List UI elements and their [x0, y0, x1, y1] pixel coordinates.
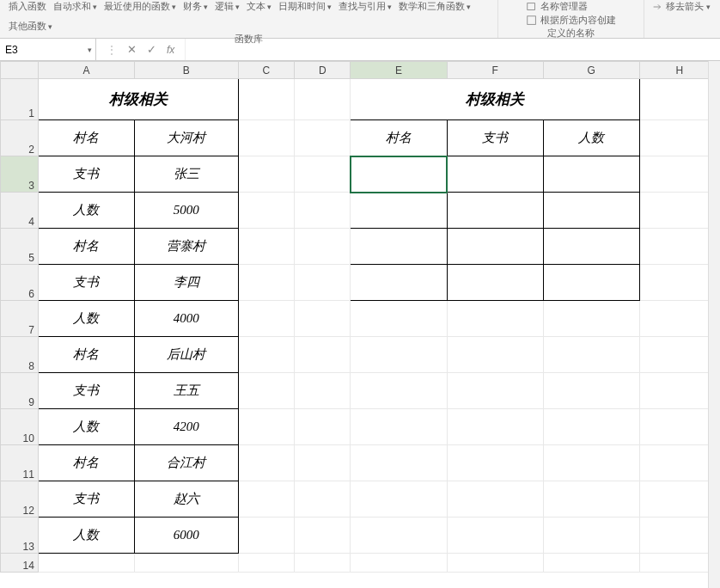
ribbon-item-financial[interactable]: 财务▾ — [183, 0, 208, 13]
cell[interactable] — [295, 481, 351, 518]
left-val-r10[interactable]: 4200 — [135, 409, 239, 445]
row-head-10[interactable]: 10 — [1, 409, 39, 445]
right-h1[interactable]: 村名 — [351, 120, 447, 156]
right-G-r3[interactable] — [543, 156, 639, 193]
name-box-input[interactable] — [5, 44, 74, 56]
right-F-r3[interactable] — [447, 156, 543, 193]
row-head-5[interactable]: 5 — [1, 229, 39, 265]
cell[interactable] — [238, 79, 294, 120]
sheet-area[interactable]: A B C D E F G H 1村级相关村级相关2村名大河村村名支书人数3支书… — [0, 61, 720, 588]
row-head-8[interactable]: 8 — [1, 337, 39, 373]
cell[interactable] — [351, 337, 447, 373]
cell[interactable] — [238, 554, 294, 573]
ribbon-item-autosum[interactable]: 自动求和▾ — [53, 0, 97, 13]
cell[interactable] — [447, 301, 543, 337]
cell[interactable] — [295, 373, 351, 409]
left-key-r9[interactable]: 支书 — [38, 373, 134, 409]
right-E-r6[interactable] — [351, 265, 447, 301]
ribbon-item-recent[interactable]: 最近使用的函数▾ — [104, 0, 176, 13]
col-head-E[interactable]: E — [351, 62, 447, 79]
cell[interactable] — [238, 518, 294, 554]
left-val-r3[interactable]: 张三 — [135, 156, 239, 193]
right-F-r6[interactable] — [447, 265, 543, 301]
cell[interactable] — [295, 337, 351, 373]
cell[interactable] — [543, 337, 639, 373]
left-val-r8[interactable]: 后山村 — [135, 337, 239, 373]
left-val-r13[interactable]: 6000 — [135, 518, 239, 554]
left-val-r4[interactable]: 5000 — [135, 193, 239, 229]
ribbon-item-text[interactable]: 文本▾ — [247, 0, 272, 13]
cell[interactable] — [295, 193, 351, 229]
cell[interactable] — [447, 409, 543, 445]
left-val-r5[interactable]: 营寨村 — [135, 229, 239, 265]
row-head-12[interactable]: 12 — [1, 481, 39, 518]
left-key-r13[interactable]: 人数 — [38, 518, 134, 554]
cell[interactable] — [543, 373, 639, 409]
left-key-r5[interactable]: 村名 — [38, 229, 134, 265]
cell[interactable] — [543, 554, 639, 573]
cell[interactable] — [543, 409, 639, 445]
left-key-r8[interactable]: 村名 — [38, 337, 134, 373]
cell[interactable] — [351, 518, 447, 554]
left-key-r6[interactable]: 支书 — [38, 265, 134, 301]
right-G-r5[interactable] — [543, 229, 639, 265]
cell[interactable] — [447, 481, 543, 518]
cell[interactable] — [238, 337, 294, 373]
cell[interactable] — [295, 554, 351, 573]
cell[interactable] — [447, 554, 543, 573]
select-all-corner[interactable] — [1, 62, 39, 79]
cell[interactable] — [295, 409, 351, 445]
ribbon-item-lookup[interactable]: 查找与引用▾ — [339, 0, 392, 13]
cell[interactable] — [295, 156, 351, 193]
left-val-r12[interactable]: 赵六 — [135, 481, 239, 518]
left-key-r2[interactable]: 村名 — [38, 120, 134, 156]
ribbon-item-datetime[interactable]: 日期和时间▾ — [278, 0, 332, 13]
left-key-r4[interactable]: 人数 — [38, 193, 134, 229]
fx-icon[interactable]: fx — [167, 44, 174, 56]
cell[interactable] — [447, 445, 543, 481]
left-val-r6[interactable]: 李四 — [135, 265, 239, 301]
right-F-r4[interactable] — [447, 193, 543, 229]
col-head-F[interactable]: F — [447, 62, 543, 79]
formula-input[interactable] — [186, 39, 720, 60]
row-head-14[interactable]: 14 — [1, 554, 39, 573]
spreadsheet-grid[interactable]: A B C D E F G H 1村级相关村级相关2村名大河村村名支书人数3支书… — [0, 61, 720, 573]
cell[interactable] — [238, 481, 294, 518]
cell[interactable] — [295, 229, 351, 265]
right-h3[interactable]: 人数 — [543, 120, 639, 156]
formula-expand-icon[interactable]: ⋮ — [107, 44, 117, 56]
left-val-r11[interactable]: 合江村 — [135, 445, 239, 481]
row-head-6[interactable]: 6 — [1, 265, 39, 301]
left-key-r10[interactable]: 人数 — [38, 409, 134, 445]
row-head-2[interactable]: 2 — [1, 120, 39, 156]
cell[interactable] — [238, 229, 294, 265]
cell[interactable] — [351, 481, 447, 518]
ribbon-item-other[interactable]: 其他函数▾ — [9, 20, 52, 33]
cell[interactable] — [238, 301, 294, 337]
cell[interactable] — [238, 373, 294, 409]
right-E-r3[interactable] — [351, 156, 447, 193]
cell[interactable] — [447, 518, 543, 554]
cell[interactable] — [543, 301, 639, 337]
row-head-3[interactable]: 3 — [1, 156, 39, 193]
left-val-r2[interactable]: 大河村 — [135, 120, 239, 156]
col-head-D[interactable]: D — [295, 62, 351, 79]
ribbon-create-from-selection[interactable]: 根据所选内容创建 — [526, 14, 616, 27]
cell[interactable] — [238, 445, 294, 481]
ribbon-item-math[interactable]: 数学和三角函数▾ — [399, 0, 471, 13]
col-head-G[interactable]: G — [543, 62, 639, 79]
left-key-r3[interactable]: 支书 — [38, 156, 134, 193]
cell[interactable] — [238, 120, 294, 156]
cell[interactable] — [295, 79, 351, 120]
right-G-r4[interactable] — [543, 193, 639, 229]
cell[interactable] — [351, 554, 447, 573]
confirm-icon[interactable]: ✓ — [147, 43, 156, 56]
cell[interactable] — [351, 373, 447, 409]
left-key-r7[interactable]: 人数 — [38, 301, 134, 337]
cell[interactable] — [543, 481, 639, 518]
cell[interactable] — [447, 337, 543, 373]
cell[interactable] — [295, 265, 351, 301]
left-key-r12[interactable]: 支书 — [38, 481, 134, 518]
cell[interactable] — [238, 265, 294, 301]
row-head-9[interactable]: 9 — [1, 373, 39, 409]
